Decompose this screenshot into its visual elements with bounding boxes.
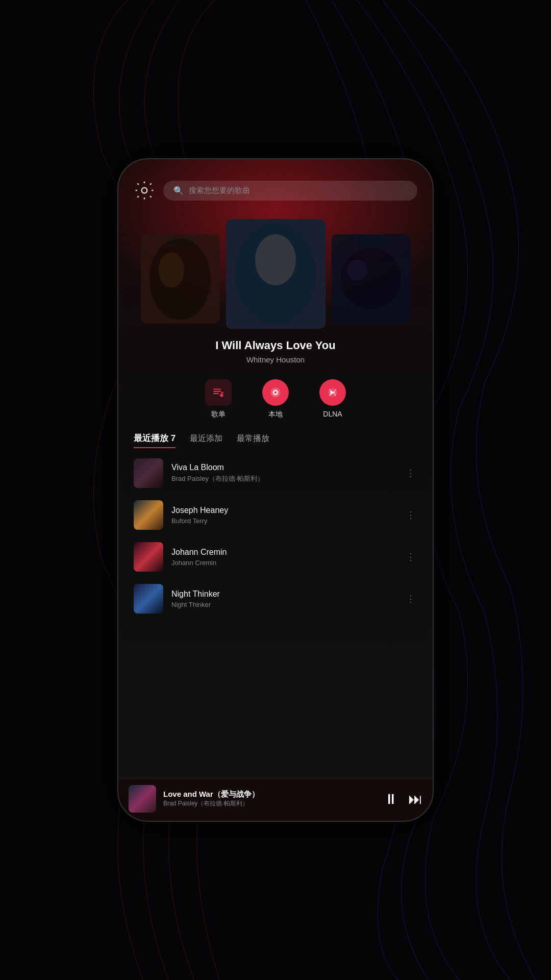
song-info: I Will Always Love You Whitney Houston — [118, 329, 433, 369]
more-icon-2[interactable]: ⋮ — [404, 549, 417, 565]
song-row-artist-1: Buford Terry — [171, 517, 396, 525]
now-playing-bar[interactable]: Love and War（爱与战争） Brad Paisley（布拉德·帕斯利）… — [118, 778, 433, 821]
song-row-title-1: Joseph Heaney — [171, 506, 396, 515]
album-card-left[interactable] — [141, 234, 220, 329]
tab-recent-add[interactable]: 最近添加 — [190, 433, 222, 447]
song-row-title-2: Johann Cremin — [171, 548, 396, 557]
tabs-section: 最近播放 7 最近添加 最常播放 — [118, 424, 433, 448]
svg-rect-3 — [213, 391, 221, 392]
more-icon-3[interactable]: ⋮ — [404, 591, 417, 606]
now-playing-thumb — [129, 785, 156, 813]
song-thumb-1 — [134, 500, 163, 530]
song-thumb-3 — [134, 584, 163, 614]
now-playing-controls: ⏸ ⏭ — [384, 791, 422, 807]
playlist-label: 歌单 — [211, 410, 226, 419]
dlna-icon — [319, 379, 346, 406]
song-row-1[interactable]: Joseph Heaney Buford Terry ⋮ — [118, 494, 433, 536]
song-row-info-3: Night Thinker Night Thinker — [171, 590, 396, 608]
search-bar[interactable]: 🔍 搜索您想要的歌曲 — [163, 181, 417, 201]
phone-frame: 🔍 搜索您想要的歌曲 — [117, 158, 434, 822]
song-row-0[interactable]: Viva La Bloom Brad Paisley（布拉德·帕斯利） ⋮ — [118, 452, 433, 494]
song-row-title-0: Viva La Bloom — [171, 463, 396, 472]
nav-item-dlna[interactable]: DLNA — [319, 379, 346, 419]
nav-icons: 歌单 本地 — [118, 369, 433, 424]
now-playing-artist: Brad Paisley（布拉德·帕斯利） — [163, 799, 377, 808]
dlna-label: DLNA — [323, 410, 342, 418]
song-row-artist-0: Brad Paisley（布拉德·帕斯利） — [171, 474, 396, 483]
song-title: I Will Always Love You — [129, 339, 422, 352]
song-thumb-2 — [134, 542, 163, 572]
now-playing-title: Love and War（爱与战争） — [163, 790, 377, 799]
album-img-center — [226, 219, 325, 329]
playlist-icon — [205, 379, 232, 406]
song-artist: Whitney Houston — [129, 355, 422, 364]
album-img-right — [332, 234, 411, 324]
song-row-info-1: Joseph Heaney Buford Terry — [171, 506, 396, 525]
svg-point-1 — [142, 188, 147, 193]
svg-point-8 — [274, 391, 277, 394]
album-img-left — [141, 234, 220, 324]
svg-rect-2 — [213, 388, 221, 389]
album-card-center[interactable] — [226, 219, 325, 329]
search-icon: 🔍 — [173, 186, 184, 195]
song-list: Viva La Bloom Brad Paisley（布拉德·帕斯利） ⋮ Jo… — [118, 448, 433, 778]
phone-content: 🔍 搜索您想要的歌曲 — [118, 159, 433, 821]
song-row-title-3: Night Thinker — [171, 590, 396, 599]
song-row-3[interactable]: Night Thinker Night Thinker ⋮ — [118, 578, 433, 620]
svg-rect-4 — [213, 393, 219, 394]
local-icon — [262, 379, 289, 406]
more-icon-0[interactable]: ⋮ — [404, 465, 417, 481]
album-carousel — [118, 211, 433, 329]
song-row-2[interactable]: Johann Cremin Johann Cremin ⋮ — [118, 536, 433, 578]
next-button[interactable]: ⏭ — [408, 791, 422, 807]
tab-most-play[interactable]: 最常播放 — [237, 433, 269, 447]
tab-recent-play[interactable]: 最近播放 7 — [134, 432, 176, 448]
tab-count: 7 — [171, 433, 176, 443]
album-card-right[interactable] — [332, 234, 411, 329]
song-row-artist-3: Night Thinker — [171, 601, 396, 608]
search-placeholder: 搜索您想要的歌曲 — [189, 186, 250, 195]
song-row-info-0: Viva La Bloom Brad Paisley（布拉德·帕斯利） — [171, 463, 396, 483]
song-thumb-0 — [134, 458, 163, 488]
song-row-artist-2: Johann Cremin — [171, 559, 396, 567]
more-icon-1[interactable]: ⋮ — [404, 507, 417, 523]
pause-button[interactable]: ⏸ — [384, 791, 398, 807]
settings-icon[interactable] — [134, 180, 155, 201]
header: 🔍 搜索您想要的歌曲 — [118, 159, 433, 211]
nav-item-playlist[interactable]: 歌单 — [205, 379, 232, 419]
local-label: 本地 — [268, 410, 283, 419]
nav-item-local[interactable]: 本地 — [262, 379, 289, 419]
now-playing-info: Love and War（爱与战争） Brad Paisley（布拉德·帕斯利） — [163, 790, 377, 808]
song-row-info-2: Johann Cremin Johann Cremin — [171, 548, 396, 567]
